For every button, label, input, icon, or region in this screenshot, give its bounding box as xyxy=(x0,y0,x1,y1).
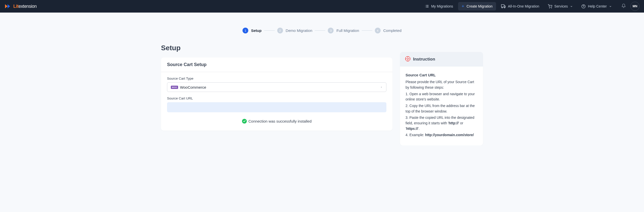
instruction-title: Instruction xyxy=(413,57,435,62)
step-number: 2 xyxy=(277,28,283,33)
nav-label: Help Center xyxy=(588,4,607,8)
instruction-step1: 1. Open a web browser and navigate to yo… xyxy=(406,91,477,102)
nav-label: My Migrations xyxy=(431,4,453,8)
step-number: 1 xyxy=(243,28,248,33)
lifebuoy-icon xyxy=(405,56,411,63)
nav-all-in-one[interactable]: All-In-One Migration xyxy=(498,2,543,11)
svg-line-17 xyxy=(409,60,410,61)
page-title: Setup xyxy=(161,44,483,52)
step-label: Demo Migration xyxy=(286,28,312,33)
nav-create-migration[interactable]: + Create Migration xyxy=(458,2,496,11)
svg-point-10 xyxy=(549,8,549,8)
step-divider xyxy=(264,30,275,31)
step-divider xyxy=(315,30,325,31)
svg-point-15 xyxy=(407,58,409,60)
avatar-initials: MN xyxy=(633,5,637,8)
check-circle-icon xyxy=(242,119,247,124)
nav-label: Create Migration xyxy=(467,4,493,8)
cart-type-select[interactable]: WOO WooCommerce xyxy=(167,82,386,92)
svg-point-8 xyxy=(502,7,503,8)
cart-type-value: WooCommerce xyxy=(180,85,206,89)
plus-icon: + xyxy=(462,4,464,9)
instruction-panel: Instruction Source Cart URL Please provi… xyxy=(400,52,483,145)
nav-label: All-In-One Migration xyxy=(508,4,539,8)
logo-text: Litextension xyxy=(13,4,37,9)
cart-url-input[interactable] xyxy=(167,102,386,112)
cart-type-label: Source Cart Type xyxy=(167,77,386,80)
help-icon xyxy=(581,4,586,9)
bell-icon xyxy=(621,4,626,8)
svg-point-9 xyxy=(504,7,505,8)
chevron-down-icon xyxy=(570,5,573,8)
nav-help-center[interactable]: Help Center xyxy=(578,2,615,11)
card-title: Source Cart Setup xyxy=(161,58,392,72)
truck-icon xyxy=(501,4,506,9)
cart-url-label: Source Cart URL xyxy=(167,96,386,100)
chevron-down-icon xyxy=(609,5,612,8)
nav-my-migrations[interactable]: My Migrations xyxy=(421,2,457,10)
step-label: Setup xyxy=(251,28,262,33)
user-avatar[interactable]: MN xyxy=(630,2,639,11)
step-demo-migration: 2 Demo Migration xyxy=(277,28,312,33)
source-cart-card: Source Cart Setup Source Cart Type WOO W… xyxy=(161,58,392,131)
step-number: 3 xyxy=(328,28,334,33)
svg-rect-6 xyxy=(501,5,504,7)
step-label: Full Migration xyxy=(336,28,359,33)
svg-line-18 xyxy=(409,57,410,58)
svg-point-11 xyxy=(551,8,551,8)
cart-icon xyxy=(548,4,552,9)
connection-status: Connection was successfully installed xyxy=(167,119,386,124)
woo-badge: WOO xyxy=(171,86,178,89)
step-number: 4 xyxy=(375,28,381,33)
caret-down-icon xyxy=(380,85,383,89)
instruction-step2: 2. Copy the URL from the address bar at … xyxy=(406,103,477,114)
list-icon xyxy=(425,4,429,8)
step-full-migration: 3 Full Migration xyxy=(328,28,359,33)
svg-line-19 xyxy=(406,60,407,61)
step-completed: 4 Completed xyxy=(375,28,402,33)
instruction-step3: 3. Paste the copied URL into the designa… xyxy=(406,115,477,131)
instruction-heading: Source Cart URL xyxy=(406,72,477,78)
svg-line-16 xyxy=(406,57,407,58)
instruction-intro: Please provide the URL of your Source Ca… xyxy=(406,79,477,90)
nav-label: Services xyxy=(554,4,568,8)
instruction-step4: 4. Example: http://yourdomain.com/store/ xyxy=(406,132,477,138)
svg-marker-7 xyxy=(504,6,505,7)
nav-services[interactable]: Services xyxy=(544,2,577,11)
status-text: Connection was successfully installed xyxy=(249,119,312,123)
step-divider xyxy=(362,30,372,31)
step-label: Completed xyxy=(383,28,402,33)
logo[interactable]: Litextension xyxy=(5,4,37,9)
notifications-button[interactable] xyxy=(621,4,626,9)
logo-icon xyxy=(5,4,12,9)
progress-steps: 1 Setup 2 Demo Migration 3 Full Migratio… xyxy=(0,13,644,41)
step-setup: 1 Setup xyxy=(243,28,262,33)
